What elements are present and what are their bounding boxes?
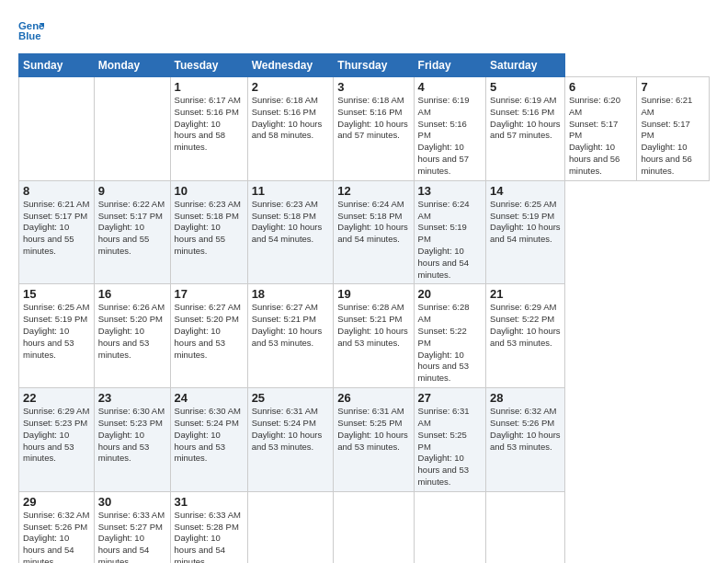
day-info: Sunrise: 6:31 AMSunset: 5:25 PMDaylight:… xyxy=(337,406,409,453)
day-number: 7 xyxy=(641,80,705,94)
day-cell-25: 25Sunrise: 6:31 AMSunset: 5:24 PMDayligh… xyxy=(247,388,334,492)
day-number: 17 xyxy=(175,287,244,301)
day-header-thursday: Thursday xyxy=(334,54,414,77)
day-header-sunday: Sunday xyxy=(19,54,95,77)
day-number: 20 xyxy=(418,287,482,301)
day-number: 11 xyxy=(252,184,330,198)
day-info: Sunrise: 6:23 AMSunset: 5:18 PMDaylight:… xyxy=(252,199,330,246)
day-cell-28: 28Sunrise: 6:32 AMSunset: 5:26 PMDayligh… xyxy=(486,388,565,492)
day-info: Sunrise: 6:23 AMSunset: 5:18 PMDaylight:… xyxy=(175,199,244,258)
day-cell-20: 20Sunrise: 6:28 AMSunset: 5:22 PMDayligh… xyxy=(414,284,485,388)
logo-icon: General Blue xyxy=(18,17,44,42)
day-cell-7: 7Sunrise: 6:21 AMSunset: 5:17 PMDaylight… xyxy=(637,77,710,181)
day-info: Sunrise: 6:26 AMSunset: 5:20 PMDaylight:… xyxy=(98,302,166,361)
day-info: Sunrise: 6:21 AMSunset: 5:17 PMDaylight:… xyxy=(23,199,90,258)
day-info: Sunrise: 6:22 AMSunset: 5:17 PMDaylight:… xyxy=(98,199,166,258)
day-number: 22 xyxy=(23,391,90,405)
day-cell-8: 8Sunrise: 6:21 AMSunset: 5:17 PMDaylight… xyxy=(19,180,95,284)
week-row-3: 15Sunrise: 6:25 AMSunset: 5:19 PMDayligh… xyxy=(19,284,710,388)
day-info: Sunrise: 6:18 AMSunset: 5:16 PMDaylight:… xyxy=(337,95,409,142)
week-row-1: 1Sunrise: 6:17 AMSunset: 5:16 PMDaylight… xyxy=(19,77,710,181)
day-cell-13: 13Sunrise: 6:24 AMSunset: 5:19 PMDayligh… xyxy=(414,180,485,284)
day-info: Sunrise: 6:19 AMSunset: 5:16 PMDaylight:… xyxy=(418,95,482,178)
day-number: 10 xyxy=(175,184,244,198)
day-cell-24: 24Sunrise: 6:30 AMSunset: 5:24 PMDayligh… xyxy=(170,388,247,492)
day-number: 12 xyxy=(337,184,409,198)
day-number: 16 xyxy=(98,287,166,301)
day-info: Sunrise: 6:25 AMSunset: 5:19 PMDaylight:… xyxy=(23,302,90,361)
empty-cell xyxy=(247,491,334,563)
day-cell-1: 1Sunrise: 6:17 AMSunset: 5:16 PMDaylight… xyxy=(170,77,247,181)
day-info: Sunrise: 6:29 AMSunset: 5:23 PMDaylight:… xyxy=(23,406,90,465)
header: General Blue xyxy=(18,17,710,42)
svg-text:Blue: Blue xyxy=(18,30,41,41)
day-cell-16: 16Sunrise: 6:26 AMSunset: 5:20 PMDayligh… xyxy=(94,284,170,388)
day-cell-22: 22Sunrise: 6:29 AMSunset: 5:23 PMDayligh… xyxy=(19,388,95,492)
day-header-monday: Monday xyxy=(94,54,170,77)
day-cell-30: 30Sunrise: 6:33 AMSunset: 5:27 PMDayligh… xyxy=(94,491,170,563)
day-header-wednesday: Wednesday xyxy=(247,54,334,77)
day-info: Sunrise: 6:31 AMSunset: 5:25 PMDaylight:… xyxy=(418,406,482,488)
day-info: Sunrise: 6:27 AMSunset: 5:21 PMDaylight:… xyxy=(252,302,330,349)
day-info: Sunrise: 6:24 AMSunset: 5:19 PMDaylight:… xyxy=(418,199,482,282)
day-number: 29 xyxy=(23,495,90,509)
day-info: Sunrise: 6:28 AMSunset: 5:22 PMDaylight:… xyxy=(418,302,482,385)
day-info: Sunrise: 6:18 AMSunset: 5:16 PMDaylight:… xyxy=(252,95,330,142)
calendar-body: 1Sunrise: 6:17 AMSunset: 5:16 PMDaylight… xyxy=(19,77,710,564)
day-cell-21: 21Sunrise: 6:29 AMSunset: 5:22 PMDayligh… xyxy=(486,284,565,388)
day-info: Sunrise: 6:20 AMSunset: 5:17 PMDaylight:… xyxy=(569,95,632,178)
day-info: Sunrise: 6:33 AMSunset: 5:27 PMDaylight:… xyxy=(98,510,166,563)
day-number: 2 xyxy=(252,80,330,94)
day-number: 24 xyxy=(175,391,244,405)
logo: General Blue xyxy=(18,17,46,42)
week-row-5: 29Sunrise: 6:32 AMSunset: 5:26 PMDayligh… xyxy=(19,491,710,563)
day-header-saturday: Saturday xyxy=(486,54,565,77)
day-cell-4: 4Sunrise: 6:19 AMSunset: 5:16 PMDaylight… xyxy=(414,77,485,181)
day-number: 9 xyxy=(98,184,166,198)
day-cell-29: 29Sunrise: 6:32 AMSunset: 5:26 PMDayligh… xyxy=(19,491,95,563)
empty-cell xyxy=(334,491,414,563)
day-header-friday: Friday xyxy=(414,54,485,77)
day-info: Sunrise: 6:31 AMSunset: 5:24 PMDaylight:… xyxy=(252,406,330,453)
day-number: 6 xyxy=(569,80,632,94)
day-cell-3: 3Sunrise: 6:18 AMSunset: 5:16 PMDaylight… xyxy=(334,77,414,181)
day-number: 31 xyxy=(175,495,244,509)
day-number: 15 xyxy=(23,287,90,301)
day-cell-9: 9Sunrise: 6:22 AMSunset: 5:17 PMDaylight… xyxy=(94,180,170,284)
day-info: Sunrise: 6:21 AMSunset: 5:17 PMDaylight:… xyxy=(641,95,705,178)
calendar-page: General Blue SundayMondayTuesdayWednesda… xyxy=(0,0,728,563)
day-number: 18 xyxy=(252,287,330,301)
empty-cell xyxy=(19,77,95,181)
day-cell-10: 10Sunrise: 6:23 AMSunset: 5:18 PMDayligh… xyxy=(170,180,247,284)
day-cell-31: 31Sunrise: 6:33 AMSunset: 5:28 PMDayligh… xyxy=(170,491,247,563)
day-number: 4 xyxy=(418,80,482,94)
day-number: 26 xyxy=(337,391,409,405)
day-number: 3 xyxy=(337,80,409,94)
day-cell-11: 11Sunrise: 6:23 AMSunset: 5:18 PMDayligh… xyxy=(247,180,334,284)
day-number: 27 xyxy=(418,391,482,405)
day-number: 21 xyxy=(490,287,561,301)
day-cell-12: 12Sunrise: 6:24 AMSunset: 5:18 PMDayligh… xyxy=(334,180,414,284)
day-info: Sunrise: 6:32 AMSunset: 5:26 PMDaylight:… xyxy=(23,510,90,563)
day-info: Sunrise: 6:32 AMSunset: 5:26 PMDaylight:… xyxy=(490,406,561,453)
day-number: 5 xyxy=(490,80,561,94)
day-header-tuesday: Tuesday xyxy=(170,54,247,77)
day-cell-15: 15Sunrise: 6:25 AMSunset: 5:19 PMDayligh… xyxy=(19,284,95,388)
day-cell-23: 23Sunrise: 6:30 AMSunset: 5:23 PMDayligh… xyxy=(94,388,170,492)
day-cell-26: 26Sunrise: 6:31 AMSunset: 5:25 PMDayligh… xyxy=(334,388,414,492)
day-cell-2: 2Sunrise: 6:18 AMSunset: 5:16 PMDaylight… xyxy=(247,77,334,181)
day-number: 30 xyxy=(98,495,166,509)
empty-cell xyxy=(414,491,485,563)
day-cell-17: 17Sunrise: 6:27 AMSunset: 5:20 PMDayligh… xyxy=(170,284,247,388)
day-number: 14 xyxy=(490,184,561,198)
day-cell-19: 19Sunrise: 6:28 AMSunset: 5:21 PMDayligh… xyxy=(334,284,414,388)
day-info: Sunrise: 6:33 AMSunset: 5:28 PMDaylight:… xyxy=(175,510,244,563)
empty-cell xyxy=(486,491,565,563)
week-row-2: 8Sunrise: 6:21 AMSunset: 5:17 PMDaylight… xyxy=(19,180,710,284)
day-info: Sunrise: 6:27 AMSunset: 5:20 PMDaylight:… xyxy=(175,302,244,361)
day-info: Sunrise: 6:30 AMSunset: 5:24 PMDaylight:… xyxy=(175,406,244,465)
day-info: Sunrise: 6:29 AMSunset: 5:22 PMDaylight:… xyxy=(490,302,561,349)
day-number: 23 xyxy=(98,391,166,405)
day-cell-27: 27Sunrise: 6:31 AMSunset: 5:25 PMDayligh… xyxy=(414,388,485,492)
calendar-table: SundayMondayTuesdayWednesdayThursdayFrid… xyxy=(18,53,710,563)
